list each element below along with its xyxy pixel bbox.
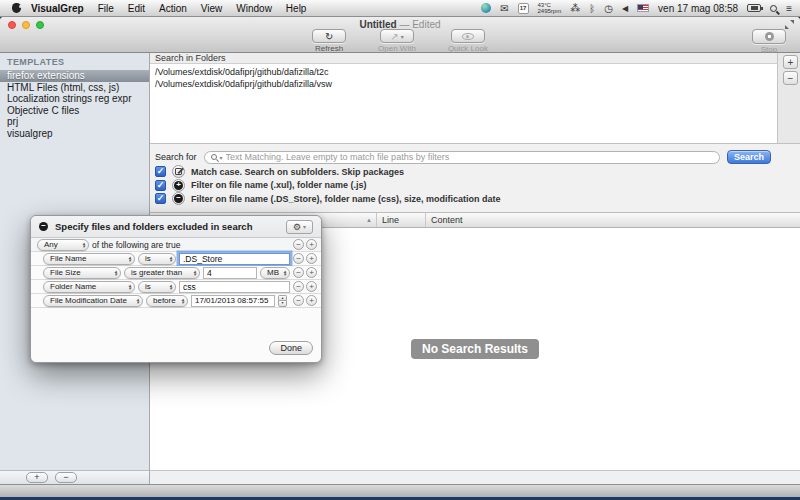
exclude-filter-label: Filter on file name (.DS_Store), folder … <box>191 194 501 204</box>
add-rule-button[interactable]: + <box>306 267 317 278</box>
field-popup[interactable]: Folder Name ▴▾ <box>43 281 135 293</box>
add-folder-button[interactable]: + <box>783 55 798 69</box>
bluetooth-icon[interactable]: ᛒ <box>589 3 595 14</box>
eye-icon <box>462 33 474 40</box>
gear-icon: ⚙ <box>293 222 301 232</box>
menu-clock[interactable]: ven 17 mag 08:58 <box>658 3 738 14</box>
stop-icon <box>765 32 774 41</box>
rule-row-modification-date: File Modification Date ▴▾ before ▴▾ ▴ ▾ … <box>31 294 321 308</box>
folder-path-row[interactable]: /Volumes/extdisk/0dafiprj/github/dafizil… <box>150 78 777 90</box>
spotlight-icon[interactable] <box>770 5 777 12</box>
column-header-line[interactable]: Line <box>377 213 426 227</box>
field-popup[interactable]: File Name ▴▾ <box>43 253 135 265</box>
remove-folder-button[interactable]: − <box>783 71 798 85</box>
field-popup[interactable]: File Modification Date ▴▾ <box>43 295 143 307</box>
open-with-button[interactable]: ↗ ▾ Open With <box>378 29 416 53</box>
menu-file[interactable]: File <box>98 3 114 14</box>
menu-view[interactable]: View <box>201 3 223 14</box>
sidebar-footer: + − <box>0 470 150 484</box>
folder-name-value-input[interactable] <box>179 281 290 293</box>
sidebar-item-localization-strings[interactable]: Localization strings reg expr <box>0 93 149 105</box>
remove-rule-button[interactable]: − <box>293 295 304 306</box>
exclude-filter-checkbox[interactable]: ✓ <box>155 193 166 204</box>
desktop: VisualGrep File Edit Action View Window … <box>0 0 800 500</box>
remove-template-button[interactable]: − <box>55 472 77 483</box>
unit-popup-value: MB <box>267 268 279 277</box>
temperature-status[interactable]: 43°C 2495rpm <box>538 2 562 14</box>
compound-rule-row: Any ▴▾ of the following are true − + <box>31 238 321 252</box>
search-button[interactable]: Search <box>727 150 771 164</box>
globe-status-icon[interactable] <box>481 3 491 13</box>
paw-status-icon[interactable]: ⁂ <box>570 3 580 14</box>
sidebar-item-prj[interactable]: prj <box>0 116 149 128</box>
search-field[interactable]: ▾ <box>204 151 720 164</box>
sidebar-item-html-files[interactable]: HTML Files (html, css, js) <box>0 82 149 94</box>
operator-popup[interactable]: is greater than ▴▾ <box>124 267 200 279</box>
search-menu-caret-icon[interactable]: ▾ <box>220 154 223 161</box>
notification-arrow-icon[interactable]: ◀ <box>622 4 628 13</box>
rule-row-file-size: File Size ▴▾ is greater than ▴▾ MB ▴▾ − … <box>31 266 321 280</box>
include-filter-button[interactable]: + <box>172 179 185 192</box>
remove-rule-button[interactable]: − <box>293 267 304 278</box>
plus-circle-icon: + <box>174 181 183 190</box>
include-filter-checkbox[interactable]: ✓ <box>155 180 166 191</box>
done-button[interactable]: Done <box>269 341 313 355</box>
rule-row-file-name: File Name ▴▾ is ▴▾ − + <box>31 252 321 266</box>
battery-icon[interactable] <box>747 4 761 12</box>
date-value-input[interactable] <box>191 295 275 307</box>
operator-popup[interactable]: is ▴▾ <box>138 253 176 265</box>
menu-help[interactable]: Help <box>286 3 307 14</box>
sidebar-item-visualgrep[interactable]: visualgrep <box>0 128 149 140</box>
menu-window[interactable]: Window <box>236 3 272 14</box>
apple-menu-icon[interactable] <box>12 3 21 13</box>
field-popup[interactable]: File Size ▴▾ <box>43 267 121 279</box>
field-popup-value: File Name <box>50 254 86 263</box>
operator-popup[interactable]: before ▴▾ <box>146 295 188 307</box>
edit-options-button[interactable] <box>172 165 185 178</box>
file-name-value-input[interactable] <box>179 253 290 265</box>
stop-button[interactable]: Stop <box>752 29 786 54</box>
fullscreen-icon[interactable] <box>785 20 794 29</box>
horizontal-scroll-track[interactable] <box>150 470 800 484</box>
sidebar-item-objective-c[interactable]: Objective C files <box>0 105 149 117</box>
search-input[interactable] <box>226 152 713 162</box>
menu-edit[interactable]: Edit <box>128 3 145 14</box>
add-rule-button[interactable]: + <box>306 281 317 292</box>
refresh-icon: ↻ <box>325 31 333 42</box>
menu-app[interactable]: VisualGrep <box>31 3 84 14</box>
column-header-content[interactable]: Content <box>426 213 800 227</box>
mail-status-icon[interactable]: ✉ <box>500 3 508 14</box>
operator-popup-value: before <box>153 296 176 305</box>
folder-path-row[interactable]: /Volumes/extdisk/0dafiprj/github/dafizil… <box>150 66 777 78</box>
file-size-value-input[interactable] <box>203 267 257 279</box>
stepper-down-icon[interactable]: ▾ <box>278 300 287 307</box>
match-case-checkbox[interactable]: ✓ <box>155 166 166 177</box>
remove-rule-button[interactable]: − <box>293 253 304 264</box>
remove-rule-button[interactable]: − <box>293 239 304 250</box>
input-language-flag-icon[interactable] <box>637 4 649 12</box>
add-rule-button[interactable]: + <box>306 295 317 306</box>
refresh-button[interactable]: ↻ Refresh <box>312 29 346 53</box>
operator-popup[interactable]: is ▴▾ <box>138 281 176 293</box>
add-template-button[interactable]: + <box>26 472 48 483</box>
quick-look-button[interactable]: Quick Look <box>448 29 488 53</box>
compound-popup[interactable]: Any ▴▾ <box>37 239 89 251</box>
minus-circle-icon: − <box>174 194 183 203</box>
gear-menu-button[interactable]: ⚙ ▾ <box>286 220 313 234</box>
notification-center-icon[interactable]: ≡ <box>786 3 792 14</box>
exclude-filter-button[interactable]: − <box>172 192 185 205</box>
time-machine-icon[interactable]: ◷ <box>604 3 613 14</box>
date-stepper[interactable]: ▴ ▾ <box>278 295 287 307</box>
menu-action[interactable]: Action <box>159 3 187 14</box>
unit-popup[interactable]: MB ▴▾ <box>260 267 290 279</box>
add-rule-button[interactable]: + <box>306 253 317 264</box>
include-filter-label: Filter on file name (.xul), folder name … <box>191 180 367 190</box>
remove-rule-button[interactable]: − <box>293 281 304 292</box>
calendar-status-icon[interactable]: 17 <box>518 3 529 14</box>
popup-arrows-icon: ▴▾ <box>193 270 196 276</box>
folders-list[interactable]: /Volumes/extdisk/0dafiprj/github/dafizil… <box>150 64 778 143</box>
sidebar-item-firefox-extensions[interactable]: firefox extensions <box>0 70 149 82</box>
title-bar[interactable]: Untitled — Edited ↻ Refresh ↗ ▾ Open Wit… <box>0 17 800 53</box>
popup-arrows-icon: ▴▾ <box>283 270 286 276</box>
add-rule-button[interactable]: + <box>306 239 317 250</box>
